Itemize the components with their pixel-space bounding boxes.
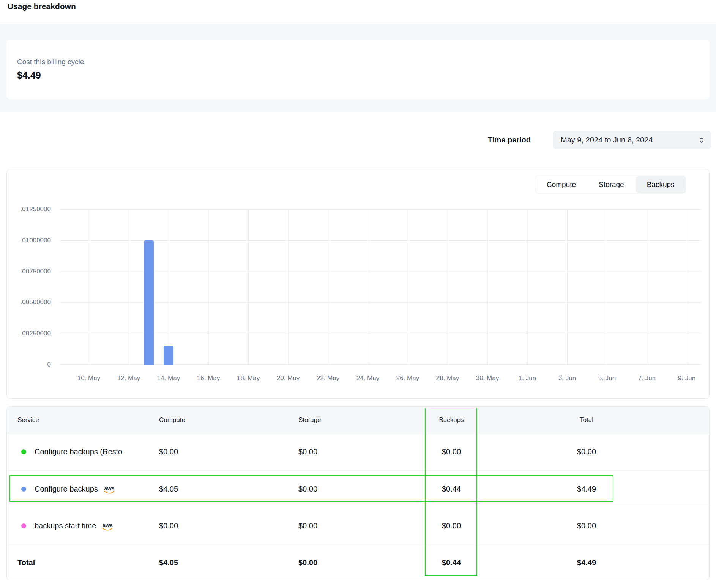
total-backups-value: $0.44 [414,558,489,567]
series-dot-green [21,449,26,454]
total-total-value: $4.49 [489,558,699,567]
v-gridline [567,209,568,365]
page-title: Usage breakdown [8,2,76,11]
series-dot-blue [21,487,26,492]
v-gridline [328,209,328,365]
h-gridline [60,334,700,334]
tab-storage[interactable]: Storage [587,176,636,193]
usage-table-card: Service Compute Storage Backups Total Co… [6,406,710,580]
v-gridline [687,209,687,365]
v-gridline [129,209,129,365]
aws-logo-text: aws [104,486,114,491]
v-gridline [288,209,289,365]
storage-value: $0.00 [298,447,414,456]
col-header-total: Total [489,416,699,424]
compute-value: $0.00 [159,522,298,530]
y-tick-label: .01250000 [13,205,51,213]
v-gridline [487,209,488,365]
col-header-compute: Compute [159,416,298,424]
chart-metric-tabs: Compute Storage Backups [535,176,686,193]
table-total-row: Total $4.05 $0.00 $0.44 $4.49 [7,544,709,580]
table-row-configure-backups-restored: Configure backups (Resto $0.00 $0.00 $0.… [7,433,709,470]
x-tick-label: 7. Jun [627,375,667,382]
billing-summary-band: Cost this billing cycle $4.49 [0,24,716,112]
v-gridline [527,209,528,365]
storage-value: $0.00 [298,485,414,493]
x-tick-label: 14. May [149,375,188,382]
compute-value: $4.05 [159,485,298,493]
table-row-configure-backups: Configure backups aws $4.05 $0.00 $0.44 … [7,470,709,507]
service-cell: backups start time aws [17,521,159,531]
aws-smile-icon [102,528,113,531]
v-gridline [368,209,368,365]
service-name: backups start time [35,522,96,530]
v-gridline [169,209,169,365]
x-tick-label: 18. May [229,375,268,382]
aws-smile-icon [104,491,115,494]
table-row-backups-start-time: backups start time aws $0.00 $0.00 $0.00… [7,507,709,544]
y-tick-label: .01000000 [13,236,51,245]
v-gridline [607,209,607,365]
service-cell: Configure backups aws [17,484,159,494]
chart-x-axis: 10. May12. May14. May16. May18. May20. M… [60,375,700,384]
v-gridline [248,209,249,365]
chart-plot-area [60,209,700,365]
h-gridline [60,240,700,241]
x-tick-label: 24. May [348,375,388,382]
time-period-value: May 9, 2024 to Jun 8, 2024 [561,136,699,144]
billing-cycle-amount: $4.49 [17,70,41,81]
tab-compute[interactable]: Compute [535,176,587,193]
chart-bar-14-may[interactable] [164,346,173,365]
y-tick-label: .00250000 [13,329,51,338]
x-tick-label: 12. May [109,375,148,382]
chevron-updown-icon [699,136,705,144]
x-tick-label: 10. May [69,375,109,382]
x-tick-label: 1. Jun [508,375,547,382]
backups-value: $0.00 [414,447,489,456]
x-tick-label: 9. Jun [667,375,707,382]
x-tick-label: 26. May [388,375,427,382]
chart-y-axis: 0.00250000.00500000.00750000.01000000.01… [13,169,51,398]
v-gridline [647,209,647,365]
v-gridline [208,209,209,365]
v-gridline [408,209,408,365]
billing-cycle-label: Cost this billing cycle [17,58,84,66]
v-gridline [89,209,89,365]
total-value: $0.00 [489,447,699,456]
service-name: Configure backups [35,485,98,493]
h-gridline [60,364,700,365]
v-gridline [448,209,448,365]
x-tick-label: 20. May [268,375,308,382]
time-period-select[interactable]: May 9, 2024 to Jun 8, 2024 [553,131,711,149]
col-header-backups: Backups [414,416,489,424]
series-dot-pink [21,523,26,528]
col-header-service: Service [17,416,159,424]
y-tick-label: .00500000 [13,298,51,307]
h-gridline [60,209,700,210]
x-tick-label: 5. Jun [587,375,627,382]
h-gridline [60,302,700,303]
time-period-label: Time period [488,136,545,144]
backups-value: $0.44 [414,485,489,493]
x-tick-label: 16. May [189,375,228,382]
compute-value: $0.00 [159,447,298,456]
usage-breakdown-page: Usage breakdown Cost this billing cycle … [0,0,716,588]
chart-bar-13-may[interactable] [144,240,154,365]
x-tick-label: 22. May [308,375,348,382]
x-tick-label: 28. May [428,375,467,382]
aws-logo-icon: aws [102,523,113,531]
service-cell: Configure backups (Resto [17,447,159,456]
billing-summary-card: Cost this billing cycle $4.49 [6,40,710,99]
total-row-label: Total [17,558,159,567]
total-compute-value: $4.05 [159,558,298,567]
aws-logo-text: aws [103,523,113,528]
storage-value: $0.00 [298,522,414,530]
total-storage-value: $0.00 [298,558,414,567]
total-value: $0.00 [489,522,699,530]
col-header-storage: Storage [298,416,414,424]
tab-backups[interactable]: Backups [636,176,686,193]
y-tick-label: 0 [13,360,51,369]
y-tick-label: .00750000 [13,267,51,276]
x-tick-label: 30. May [468,375,507,382]
table-header-row: Service Compute Storage Backups Total [7,407,709,433]
